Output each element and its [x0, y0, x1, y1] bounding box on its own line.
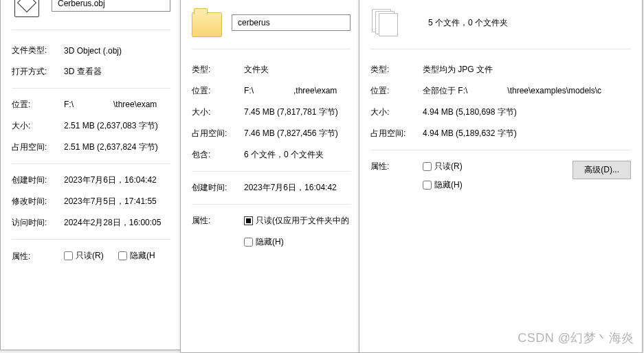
- label-attrs: 属性:: [192, 215, 244, 227]
- label-contains: 包含:: [192, 149, 244, 161]
- attrs-group: 只读(仅应用于文件夹中的: [244, 215, 351, 227]
- value-location: F:\\three\exam: [64, 100, 170, 109]
- label-type: 类型:: [192, 64, 244, 76]
- folder-header: cerberus: [192, 8, 351, 49]
- value-accessed: 2024年2月28日，16:00:05: [64, 217, 170, 229]
- value-sizeondisk: 2.51 MB (2,637,824 字节): [64, 141, 170, 153]
- value-size: 4.94 MB (5,180,698 字节): [423, 106, 631, 118]
- label-created: 创建时间:: [192, 182, 244, 194]
- label-created: 创建时间:: [12, 174, 64, 186]
- value-sizeondisk: 7.46 MB (7,827,456 字节): [244, 128, 351, 139]
- label-location: 位置:: [12, 99, 64, 111]
- folder-name-box[interactable]: cerberus: [232, 14, 351, 31]
- value-contains: 6 个文件，0 个文件夹: [244, 149, 351, 161]
- attrs-group: 只读(R) 隐藏(H: [64, 250, 170, 262]
- label-modified: 修改时间:: [12, 196, 64, 207]
- properties-dialog-multi: 常规 详细信息 5 个文件，0 个文件夹 类型:类型均为 JPG 文件 位置: …: [359, 0, 643, 353]
- file-name: Cerberus.obj: [58, 0, 164, 8]
- label-accessed: 访问时间:: [12, 217, 64, 229]
- properties-dialog-file: Cerberus.obj 文件类型:3D Object (.obj) 打开方式:…: [0, 0, 182, 350]
- value-modified: 2023年7月5日，17:41:55: [64, 196, 170, 207]
- folder-icon: [192, 8, 222, 38]
- value-type: 类型均为 JPG 文件: [423, 64, 631, 76]
- advanced-button[interactable]: 高级(D)...: [573, 161, 631, 179]
- value-created: 2023年7月6日，16:04:42: [64, 174, 170, 186]
- label-location: 位置:: [370, 85, 423, 97]
- readonly-checkbox[interactable]: 只读(R): [423, 161, 463, 172]
- value-location: F:\,three\exam: [244, 86, 351, 95]
- value-type: 3D Object (.obj): [64, 46, 170, 56]
- label-size: 大小:: [192, 106, 244, 118]
- readonly-checkbox-tri[interactable]: 只读(仅应用于文件夹中的: [244, 215, 349, 227]
- value-size: 2.51 MB (2,637,083 字节): [64, 120, 170, 132]
- value-location: 全部位于 F:\\three\examples\models\c: [423, 85, 631, 97]
- label-type: 文件类型:: [12, 45, 64, 56]
- label-location: 位置:: [192, 85, 244, 97]
- label-size: 大小:: [12, 120, 64, 132]
- file-name-box[interactable]: Cerberus.obj: [52, 0, 170, 12]
- label-sizeondisk: 占用空间:: [12, 141, 64, 153]
- hidden-checkbox[interactable]: 隐藏(H): [423, 179, 463, 191]
- file-header: Cerberus.obj: [12, 0, 170, 30]
- summary-text: 5 个文件，0 个文件夹: [410, 17, 631, 29]
- hidden-checkbox[interactable]: 隐藏(H: [118, 250, 155, 262]
- label-attrs: 属性:: [12, 251, 64, 262]
- multiple-files-icon: [370, 8, 401, 38]
- value-created: 2023年7月6日，16:04:42: [244, 182, 351, 194]
- label-size: 大小:: [370, 106, 423, 118]
- hidden-checkbox[interactable]: 隐藏(H): [244, 236, 284, 248]
- value-size: 7.45 MB (7,817,781 字节): [244, 106, 351, 118]
- label-sizeondisk: 占用空间:: [192, 128, 244, 139]
- file-icon: [12, 0, 42, 19]
- value-type: 文件夹: [244, 64, 351, 76]
- label-openwith: 打开方式:: [12, 66, 64, 78]
- readonly-checkbox[interactable]: 只读(R): [64, 250, 104, 262]
- label-type: 类型:: [370, 64, 423, 76]
- properties-dialog-folder: 常规 共享 安全 以前的版本 自定 cerberus 类型:文件夹 位置: F:…: [180, 0, 362, 353]
- multi-header: 5 个文件，0 个文件夹: [370, 8, 631, 49]
- value-sizeondisk: 4.94 MB (5,189,632 字节): [423, 128, 631, 139]
- label-sizeondisk: 占用空间:: [370, 128, 423, 139]
- value-openwith: 3D 查看器: [64, 66, 170, 78]
- folder-name: cerberus: [238, 18, 344, 27]
- watermark: CSDN @幻梦丶海炎: [518, 330, 634, 346]
- label-attrs: 属性:: [370, 161, 423, 172]
